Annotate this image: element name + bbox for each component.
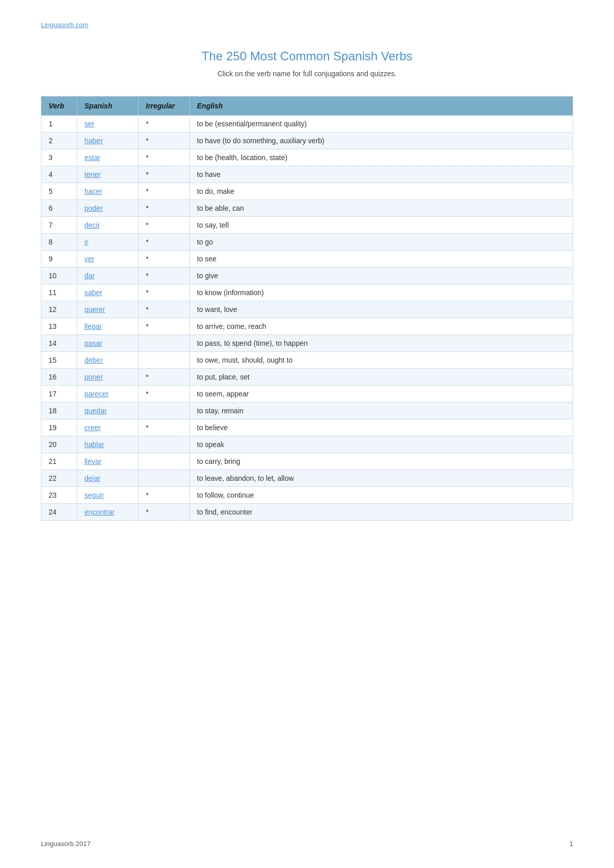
footer-left: Linguasorb 2017 (41, 840, 91, 848)
table-row: 20hablarto speak (41, 436, 573, 453)
table-row: 6poder*to be able, can (41, 200, 573, 217)
table-header-row: Verb Spanish Irregular English (41, 97, 573, 116)
cell-spanish: querer (77, 301, 139, 318)
cell-number: 8 (41, 234, 77, 251)
verb-link[interactable]: dejar (84, 474, 100, 482)
verb-link[interactable]: haber (84, 137, 103, 145)
page-footer: Linguasorb 2017 1 (41, 840, 573, 848)
table-row: 21llevarto carry, bring (41, 453, 573, 470)
table-row: 4tener*to have (41, 166, 573, 183)
verb-link[interactable]: querer (84, 305, 105, 314)
cell-english: to arrive, come, reach (190, 318, 573, 335)
verb-link[interactable]: llevar (84, 457, 101, 465)
cell-english: to go (190, 234, 573, 251)
verb-link[interactable]: saber (84, 288, 102, 297)
table-row: 18quedarto stay, remain (41, 403, 573, 419)
cell-english: to have (to do something, auxiliary verb… (190, 132, 573, 149)
verb-link[interactable]: ir (84, 238, 89, 246)
verb-link[interactable]: hablar (84, 440, 104, 449)
cell-spanish: poder (77, 200, 139, 217)
cell-irregular: * (139, 217, 190, 234)
cell-number: 5 (41, 183, 77, 200)
cell-english: to pass, to spend (time), to happen (190, 335, 573, 352)
cell-irregular: * (139, 487, 190, 504)
cell-irregular: * (139, 318, 190, 335)
table-row: 10dar*to give (41, 268, 573, 284)
cell-irregular (139, 436, 190, 453)
site-link[interactable]: Linguasorb.com (41, 21, 89, 29)
cell-number: 14 (41, 335, 77, 352)
cell-english: to follow, continue (190, 487, 573, 504)
header-spanish: Spanish (77, 97, 139, 116)
table-row: 22dejarto leave, abandon, to let, allow (41, 470, 573, 487)
verb-link[interactable]: encontrar (84, 508, 115, 516)
cell-number: 4 (41, 166, 77, 183)
cell-english: to know (information) (190, 284, 573, 301)
table-row: 1ser*to be (essential/permanent quality) (41, 116, 573, 132)
cell-number: 9 (41, 251, 77, 268)
verb-link[interactable]: parecer (84, 390, 108, 398)
cell-number: 13 (41, 318, 77, 335)
table-row: 12querer*to want, love (41, 301, 573, 318)
cell-irregular: * (139, 166, 190, 183)
verb-link[interactable]: deber (84, 356, 103, 364)
cell-irregular: * (139, 386, 190, 403)
cell-irregular: * (139, 251, 190, 268)
cell-irregular: * (139, 234, 190, 251)
table-row: 7decir*to say, tell (41, 217, 573, 234)
cell-spanish: hacer (77, 183, 139, 200)
cell-number: 19 (41, 419, 77, 436)
verb-link[interactable]: dar (84, 272, 95, 280)
cell-english: to carry, bring (190, 453, 573, 470)
verb-link[interactable]: tener (84, 170, 101, 179)
header-irregular: Irregular (139, 97, 190, 116)
cell-spanish: haber (77, 132, 139, 149)
cell-spanish: llevar (77, 453, 139, 470)
header-english: English (190, 97, 573, 116)
cell-english: to do, make (190, 183, 573, 200)
cell-number: 12 (41, 301, 77, 318)
verb-link[interactable]: decir (84, 221, 100, 229)
header-verb: Verb (41, 97, 77, 116)
cell-irregular: * (139, 419, 190, 436)
table-row: 5hacer*to do, make (41, 183, 573, 200)
table-row: 17parecer*to seem, appear (41, 386, 573, 403)
verb-link[interactable]: poner (84, 373, 103, 381)
verb-link[interactable]: seguir (84, 491, 104, 499)
cell-spanish: parecer (77, 386, 139, 403)
cell-english: to believe (190, 419, 573, 436)
cell-spanish: ver (77, 251, 139, 268)
verb-link[interactable]: ser (84, 120, 94, 128)
cell-spanish: estar (77, 149, 139, 166)
cell-english: to be (health, location, state) (190, 149, 573, 166)
verb-link[interactable]: quedar (84, 407, 107, 415)
page-subtitle: Click on the verb name for full conjugat… (41, 70, 573, 78)
cell-number: 1 (41, 116, 77, 132)
table-row: 23seguir*to follow, continue (41, 487, 573, 504)
verb-link[interactable]: creer (84, 424, 101, 432)
verb-link[interactable]: ver (84, 255, 94, 263)
verb-link[interactable]: poder (84, 204, 103, 212)
page-title: The 250 Most Common Spanish Verbs (41, 49, 573, 63)
cell-english: to stay, remain (190, 403, 573, 419)
cell-spanish: decir (77, 217, 139, 234)
table-row: 13llegar*to arrive, come, reach (41, 318, 573, 335)
cell-spanish: seguir (77, 487, 139, 504)
cell-english: to speak (190, 436, 573, 453)
verb-link[interactable]: estar (84, 153, 100, 162)
cell-spanish: pasar (77, 335, 139, 352)
cell-english: to be (essential/permanent quality) (190, 116, 573, 132)
cell-irregular (139, 403, 190, 419)
verb-link[interactable]: llegar (84, 322, 102, 330)
cell-spanish: poner (77, 369, 139, 386)
cell-number: 22 (41, 470, 77, 487)
verb-link[interactable]: hacer (84, 187, 102, 195)
table-row: 16poner*to put, place, set (41, 369, 573, 386)
cell-irregular: * (139, 149, 190, 166)
table-row: 24encontrar*to find, encounter (41, 504, 573, 521)
cell-spanish: quedar (77, 403, 139, 419)
verb-link[interactable]: pasar (84, 339, 102, 347)
cell-number: 23 (41, 487, 77, 504)
cell-irregular: * (139, 200, 190, 217)
cell-number: 20 (41, 436, 77, 453)
